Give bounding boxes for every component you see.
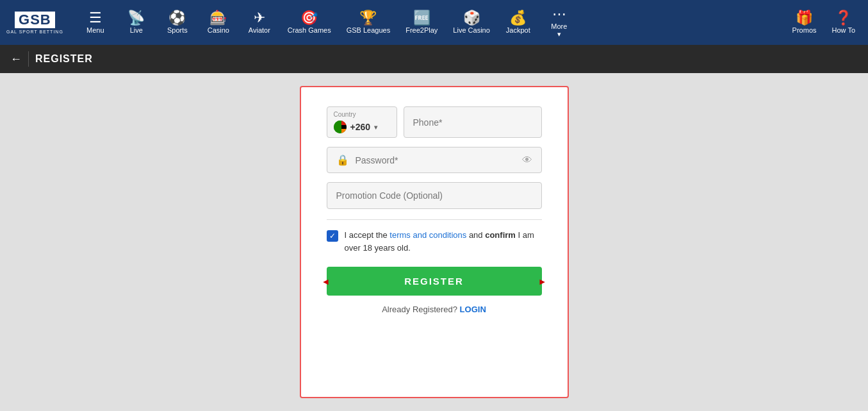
logo-name: GSB: [15, 12, 55, 28]
terms-prefix: I accept the: [345, 230, 390, 240]
promo-code-input[interactable]: [327, 182, 542, 209]
nav-item-menu[interactable]: ☰ Menu: [76, 7, 115, 38]
nav-item-live-casino[interactable]: 🎲 Live Casino: [446, 7, 496, 38]
password-row: 🔒 👁: [327, 147, 542, 173]
main-nav: ☰ Menu 📡 Live ⚽ Sports 🎰 Casino ✈ Aviato…: [76, 3, 786, 42]
corner-arrow-right-icon: ►: [538, 276, 547, 287]
terms-bold: confirm: [485, 230, 516, 240]
nav-label-live: Live: [130, 26, 143, 34]
zambia-flag: [334, 121, 347, 133]
register-bar-divider: [28, 51, 29, 67]
nav-label-crash-games: Crash Games: [288, 26, 331, 34]
nav-item-more[interactable]: ⋯ More ▾: [540, 3, 578, 42]
logo[interactable]: GSB GAL SPORT BETTING: [6, 12, 63, 34]
nav-label-jackpot: Jackpot: [506, 26, 530, 34]
crash-games-icon: 🎯: [300, 11, 318, 25]
casino-icon: 🎰: [209, 11, 227, 25]
nav-label-gsb-leagues: GSB Leagues: [347, 26, 391, 34]
country-selector[interactable]: Country +260 ▾: [327, 106, 397, 138]
nav-label-aviator: Aviator: [249, 26, 270, 34]
nav-item-free2play[interactable]: 🆓 Free2Play: [399, 7, 444, 38]
register-bar: ← REGISTER: [0, 45, 868, 73]
register-bar-title: REGISTER: [35, 53, 93, 65]
chevron-down-icon: ▾: [374, 124, 377, 131]
aviator-icon: ✈: [254, 11, 265, 25]
terms-row: ✓ I accept the terms and conditions and …: [327, 229, 542, 254]
stripe-black: [341, 125, 347, 130]
nav-item-casino[interactable]: 🎰 Casino: [199, 7, 238, 38]
nav-right: 🎁 Promos ❓ How To: [786, 7, 862, 38]
register-button[interactable]: REGISTER: [327, 267, 542, 296]
nav-label-promos: Promos: [792, 26, 817, 34]
main-content: ▶ Country +260: [0, 73, 868, 411]
header: GSB GAL SPORT BETTING ☰ Menu 📡 Live ⚽ Sp…: [0, 0, 868, 45]
back-button[interactable]: ←: [10, 53, 22, 66]
more-icon: ⋯: [552, 7, 566, 21]
register-form-card: Country +260 ▾: [300, 86, 569, 398]
menu-icon: ☰: [89, 11, 102, 25]
flag-stripe: [341, 121, 347, 133]
flag-inner: [334, 121, 347, 133]
gsb-leagues-icon: 🏆: [359, 11, 377, 25]
eye-slash-icon[interactable]: 👁: [522, 155, 532, 166]
nav-item-live[interactable]: 📡 Live: [117, 7, 156, 38]
already-text: Already Registered?: [382, 305, 459, 314]
form-divider: [327, 219, 542, 220]
nav-item-aviator[interactable]: ✈ Aviator: [240, 7, 279, 38]
live-icon: 📡: [127, 11, 145, 25]
terms-checkbox[interactable]: ✓: [327, 230, 338, 242]
nav-item-jackpot[interactable]: 💰 Jackpot: [499, 7, 537, 38]
terms-text: I accept the terms and conditions and co…: [345, 229, 542, 254]
country-code: +260: [350, 122, 371, 132]
phone-input[interactable]: [404, 106, 542, 138]
nav-label-how-to: How To: [832, 26, 855, 34]
phone-row: Country +260 ▾: [327, 106, 542, 138]
lock-icon: 🔒: [336, 154, 349, 166]
already-registered: Already Registered? LOGIN: [327, 305, 542, 314]
nav-label-live-casino: Live Casino: [453, 26, 489, 34]
sports-icon: ⚽: [168, 11, 186, 25]
jackpot-icon: 💰: [509, 11, 527, 25]
nav-label-more: More: [551, 22, 567, 30]
terms-link[interactable]: terms and conditions: [389, 230, 466, 240]
login-link[interactable]: LOGIN: [460, 305, 486, 314]
promos-icon: 🎁: [796, 11, 813, 25]
register-button-wrapper: ◄ REGISTER ►: [327, 267, 542, 296]
nav-item-gsb-leagues[interactable]: 🏆 GSB Leagues: [340, 7, 397, 38]
nav-item-sports[interactable]: ⚽ Sports: [158, 7, 197, 38]
corner-arrow-left-icon: ◄: [322, 276, 331, 287]
how-to-icon: ❓: [835, 11, 852, 25]
terms-suffix: and: [466, 230, 485, 240]
nav-item-promos[interactable]: 🎁 Promos: [786, 7, 823, 38]
nav-label-casino: Casino: [208, 26, 229, 34]
stripe-red: [341, 121, 347, 125]
live-casino-icon: 🎲: [463, 11, 480, 25]
nav-label-menu: Menu: [86, 26, 104, 34]
logo-subtitle: GAL SPORT BETTING: [6, 29, 63, 34]
stripe-orange: [341, 129, 347, 133]
nav-label-sports: Sports: [167, 26, 188, 34]
password-input[interactable]: [356, 155, 516, 165]
country-value: +260 ▾: [334, 121, 390, 133]
free2play-icon: 🆓: [413, 11, 430, 25]
nav-label-free2play: Free2Play: [405, 26, 438, 34]
nav-item-crash-games[interactable]: 🎯 Crash Games: [281, 7, 338, 38]
country-label: Country: [334, 111, 390, 118]
nav-item-how-to[interactable]: ❓ How To: [826, 7, 862, 38]
